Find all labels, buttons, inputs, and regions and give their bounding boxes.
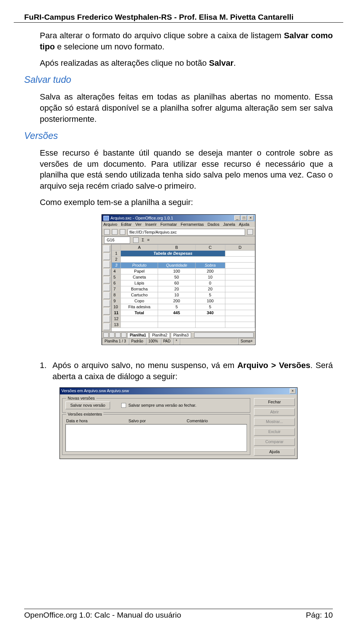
tool-icon[interactable] <box>103 245 110 252</box>
equals-icon[interactable]: = <box>147 237 149 243</box>
status-sum: Soma= <box>238 338 255 345</box>
status-mode: PAD <box>161 338 173 345</box>
edit-url-icon[interactable] <box>104 229 110 235</box>
group-versoes-existentes: Versões existentes Data e hora Salvo por… <box>62 414 250 455</box>
tool-icon[interactable] <box>103 277 110 283</box>
tool-icon[interactable] <box>103 292 110 299</box>
stop-icon[interactable] <box>112 229 118 235</box>
tool-icon[interactable] <box>103 323 110 330</box>
tab-prev-icon[interactable] <box>109 332 115 338</box>
group-novas-versoes: Novas versões Salvar nova versão Salvar … <box>62 398 250 413</box>
tool-icon[interactable] <box>103 269 110 276</box>
status-bar: Planilha 1 / 3 Padrão 100% PAD * Soma= <box>102 338 255 345</box>
window-titlebar[interactable]: Arquivo.sxc - OpenOffice.org 1.0.1 _ □ × <box>102 215 255 221</box>
versions-list[interactable] <box>65 424 247 452</box>
minimize-button[interactable]: _ <box>234 215 240 221</box>
paragraph-versoes-1: Esse recurso é bastante útil quando se d… <box>40 147 333 192</box>
versions-dialog: Versões em Arquivo.sxw Arquivo.sxw × Nov… <box>60 387 298 459</box>
sheet-tabs[interactable]: Planilha1 Planilha2 Planilha3 <box>102 331 255 338</box>
cell-reference[interactable]: G16 <box>104 237 130 244</box>
tool-icon[interactable] <box>103 316 110 322</box>
group-label: Versões existentes <box>66 412 103 417</box>
menu-janela[interactable]: Janela <box>223 222 235 227</box>
compare-button[interactable]: Comparar <box>254 438 295 446</box>
col-header[interactable]: C <box>195 245 225 251</box>
dialog-titlebar[interactable]: Versões em Arquivo.sxw Arquivo.sxw × <box>60 388 297 394</box>
window-title: Arquivo.sxc - OpenOffice.org 1.0.1 <box>110 215 173 221</box>
help-button[interactable]: Ajuda <box>254 448 295 456</box>
h-scrollbar[interactable] <box>194 332 254 338</box>
formula-bar: G16 Σ = <box>102 236 255 244</box>
status-sheet: Planilha 1 / 3 <box>102 338 129 345</box>
menu-editar[interactable]: Editar <box>121 222 132 227</box>
footer-left: OpenOffice.org 1.0: Calc - Manual do usu… <box>24 610 181 620</box>
col-header-date: Data e hora <box>66 418 87 424</box>
step-1: 1. Após o arquivo salvo, no menu suspens… <box>40 360 333 382</box>
menu-ajuda[interactable]: Ajuda <box>239 222 249 227</box>
function-wizard-icon[interactable] <box>133 237 139 243</box>
url-input[interactable]: file:///D:/Temp/Arquivo.sxc <box>128 229 245 235</box>
col-header[interactable]: A <box>121 245 158 251</box>
sheet-tab[interactable]: Planilha1 <box>127 332 149 338</box>
page-footer: OpenOffice.org 1.0: Calc - Manual do usu… <box>24 609 333 620</box>
checkbox-label: Salvar sempre uma versão ao fechar. <box>128 403 196 408</box>
open-button[interactable]: Abrir <box>254 408 295 416</box>
status-style: Padrão <box>129 338 146 345</box>
sheet-tab[interactable]: Planilha3 <box>171 332 191 338</box>
tool-icon[interactable] <box>103 284 110 291</box>
maximize-button[interactable]: □ <box>241 215 247 221</box>
tab-last-icon[interactable] <box>121 332 126 338</box>
sheet-tab[interactable]: Planilha2 <box>149 332 170 338</box>
save-on-close-checkbox[interactable] <box>121 403 126 408</box>
menu-arquivo[interactable]: Arquivo <box>103 222 117 227</box>
dialog-close-button[interactable]: × <box>290 388 296 394</box>
tool-icon[interactable] <box>103 300 110 307</box>
footer-right: Pág: 10 <box>306 610 333 620</box>
paragraph-1: Para alterar o formato do arquivo clique… <box>40 30 333 52</box>
section-salvar-tudo: Salvar tudo <box>24 74 333 86</box>
url-bar: file:///D:/Temp/Arquivo.sxc <box>102 228 255 236</box>
tool-icon[interactable] <box>103 308 110 315</box>
show-button[interactable]: Mostrar... <box>254 418 295 426</box>
paragraph-2: Após realizadas as alterações clique no … <box>40 58 333 69</box>
page-header: FuRI-Campus Frederico Westphalen-RS - Pr… <box>14 11 343 23</box>
side-toolbar <box>102 244 112 331</box>
dialog-title: Versões em Arquivo.sxw Arquivo.sxw <box>61 388 129 394</box>
menu-ver[interactable]: Ver <box>135 222 142 227</box>
tool-icon[interactable] <box>103 261 110 268</box>
status-zoom[interactable]: 100% <box>146 338 161 345</box>
paragraph-salvar-tudo: Salva as alterações feitas em todas as p… <box>40 91 333 124</box>
spreadsheet-window: Arquivo.sxc - OpenOffice.org 1.0.1 _ □ ×… <box>102 214 255 345</box>
col-header[interactable]: D <box>225 245 255 251</box>
menu-bar[interactable]: Arquivo Editar Ver Inserir Formatar Ferr… <box>102 221 255 228</box>
spreadsheet-grid[interactable]: A B C D 1Tabela de Despesas 2 3 Produto … <box>112 244 255 331</box>
group-label: Novas versões <box>66 396 96 401</box>
tab-next-icon[interactable] <box>115 332 120 338</box>
folder-icon[interactable] <box>247 229 253 235</box>
delete-button[interactable]: Excluir <box>254 428 295 436</box>
section-versoes: Versões <box>24 130 333 142</box>
menu-formatar[interactable]: Formatar <box>160 222 177 227</box>
tab-first-icon[interactable] <box>103 332 109 338</box>
close-button[interactable]: Fechar <box>254 398 295 406</box>
home-icon[interactable] <box>120 229 125 235</box>
menu-dados[interactable]: Dados <box>208 222 219 227</box>
col-header-savedby: Salvo por <box>128 418 145 424</box>
tool-icon[interactable] <box>103 253 110 260</box>
menu-inserir[interactable]: Inserir <box>145 222 157 227</box>
save-new-version-button[interactable]: Salvar nova versão <box>65 401 110 409</box>
paragraph-versoes-2: Como exemplo tem-se a planilha a seguir: <box>40 197 333 208</box>
status-modified: * <box>173 338 180 345</box>
close-button[interactable]: × <box>248 215 254 221</box>
app-icon <box>103 216 109 221</box>
col-header[interactable]: B <box>158 245 195 251</box>
menu-ferramentas[interactable]: Ferramentas <box>181 222 204 227</box>
table-title[interactable]: Tabela de Despesas <box>121 251 225 257</box>
sigma-icon[interactable]: Σ <box>142 237 144 243</box>
col-header-comment: Comentário <box>187 418 208 424</box>
